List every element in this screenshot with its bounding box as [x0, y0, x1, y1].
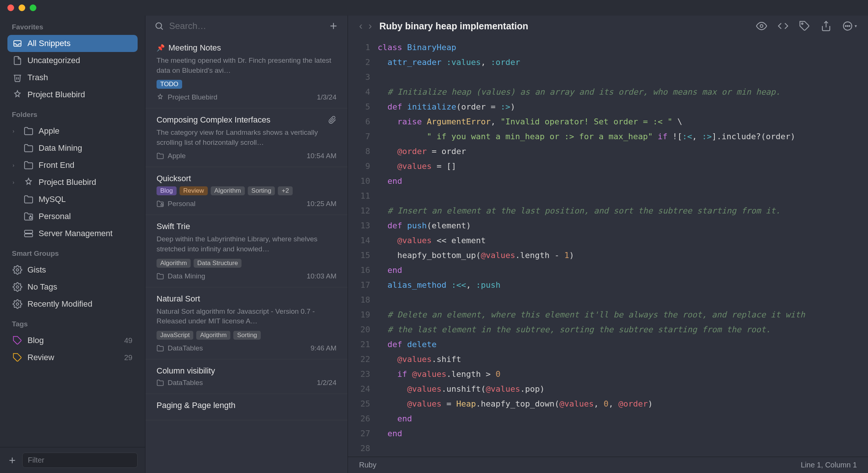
sidebar-favorite-2[interactable]: Trash: [7, 69, 138, 86]
close-window-button[interactable]: [7, 4, 14, 11]
nav-forward-button[interactable]: ›: [368, 20, 372, 32]
status-bar: Ruby Line 1, Column 1: [348, 457, 868, 473]
sidebar-folder-3[interactable]: ›Project Bluebird: [7, 174, 138, 191]
sidebar-item-label: Recently Modified: [27, 299, 92, 309]
tag-chip[interactable]: JavaScript: [157, 331, 193, 340]
chevron-right-icon[interactable]: ›: [13, 128, 19, 134]
tag-chip[interactable]: Review: [180, 186, 208, 195]
snippet-preview: The category view for Landmarks shows a …: [157, 128, 336, 147]
search-icon: [154, 21, 164, 31]
sidebar-folder-4[interactable]: MySQL: [7, 191, 138, 208]
svg-rect-1: [29, 217, 32, 219]
sidebar-folder-6[interactable]: Server Management: [7, 225, 138, 242]
tag-chip[interactable]: Sorting: [233, 331, 261, 340]
sidebar-tag-0[interactable]: Blog49: [7, 332, 138, 349]
tags-header: Tags: [12, 320, 138, 328]
snippet-item-3[interactable]: Swift TrieDeep within the Labyrinthine L…: [145, 215, 348, 287]
smart-icon: [24, 177, 33, 187]
code-editor[interactable]: 1234567891011121314151617181920212223242…: [348, 36, 868, 457]
snippet-title: Column visibility: [157, 366, 215, 376]
snippet-folder: Apple: [168, 152, 186, 160]
preview-icon[interactable]: [756, 20, 767, 32]
tag-chip[interactable]: Blog: [157, 186, 177, 195]
snippet-folder: Personal: [168, 200, 195, 208]
folder-lock-icon: [24, 212, 33, 221]
more-icon[interactable]: ▾: [842, 20, 857, 32]
sidebar-item-label: Uncategorized: [27, 56, 80, 65]
svg-line-12: [161, 28, 163, 30]
gear-icon: [13, 265, 22, 275]
sidebar-item-label: Gists: [27, 265, 46, 275]
folder-icon: [157, 273, 164, 280]
sidebar-item-label: Trash: [27, 73, 48, 82]
sidebar-folder-5[interactable]: Personal: [7, 208, 138, 225]
folders-header: Folders: [12, 111, 138, 119]
sidebar-folder-0[interactable]: ›Apple: [7, 123, 138, 140]
sidebar-smart-0[interactable]: Gists: [7, 261, 138, 278]
sidebar-item-label: Front End: [39, 160, 75, 170]
sidebar-item-label: Project Bluebird: [39, 177, 96, 187]
tag-icon[interactable]: [799, 20, 810, 32]
snippet-title: Quicksort: [157, 174, 191, 183]
tag-chip[interactable]: Data Structure: [194, 259, 242, 268]
sidebar-footer: [0, 447, 145, 473]
sidebar-folder-1[interactable]: Data Mining: [7, 140, 138, 157]
nav-back-button[interactable]: ‹: [359, 20, 362, 32]
filter-input[interactable]: [22, 453, 138, 468]
chevron-right-icon[interactable]: ›: [13, 162, 19, 168]
sidebar-smart-2[interactable]: Recently Modified: [7, 296, 138, 313]
folder-icon: [24, 160, 33, 170]
sidebar-item-label: Apple: [39, 126, 59, 136]
svg-point-8: [16, 303, 19, 306]
tag-chip[interactable]: TODO: [157, 80, 182, 89]
svg-rect-2: [24, 230, 33, 233]
tag-chip[interactable]: Algorithm: [196, 331, 230, 340]
snippet-item-1[interactable]: Composing Complex InterfacesThe category…: [145, 108, 348, 167]
snippet-item-4[interactable]: Natural SortNatural Sort algorithm for J…: [145, 287, 348, 359]
sidebar-favorite-3[interactable]: Project Bluebird: [7, 86, 138, 103]
snippet-preview: Deep within the Labyrinthine Library, wh…: [157, 234, 336, 254]
status-language[interactable]: Ruby: [359, 461, 377, 469]
tag-chip[interactable]: Algorithm: [211, 186, 245, 195]
snippet-date: 10:03 AM: [307, 272, 336, 280]
svg-point-17: [802, 23, 803, 25]
snippet-item-2[interactable]: QuicksortBlogReviewAlgorithmSorting+2Per…: [145, 167, 348, 215]
snippet-item-5[interactable]: Column visibilityDataTables1/2/24: [145, 359, 348, 394]
snippet-date: 10:25 AM: [307, 200, 336, 208]
svg-rect-0: [14, 40, 21, 46]
sidebar-item-label: Blog: [27, 336, 44, 345]
sidebar-favorite-1[interactable]: Uncategorized: [7, 52, 138, 69]
gear-icon: [13, 282, 22, 292]
snippet-date: 1/2/24: [317, 379, 336, 387]
sidebar-tag-1[interactable]: Review29: [7, 349, 138, 366]
sidebar-folder-2[interactable]: ›Front End: [7, 157, 138, 174]
snippet-item-6[interactable]: Paging & Page length: [145, 394, 348, 420]
snippet-title: Composing Complex Interfaces: [157, 115, 270, 125]
minimize-window-button[interactable]: [19, 4, 25, 11]
tag-chip[interactable]: Sorting: [248, 186, 275, 195]
chevron-right-icon[interactable]: ›: [13, 179, 19, 185]
snippet-item-0[interactable]: 📌Meeting NotesThe meeting opened with Dr…: [145, 36, 348, 108]
sidebar-favorite-0[interactable]: All Snippets: [7, 35, 138, 52]
maximize-window-button[interactable]: [30, 4, 36, 11]
sidebar-item-label: Project Bluebird: [27, 90, 85, 100]
tag-chip[interactable]: Algorithm: [157, 259, 191, 268]
tag-icon: [13, 336, 22, 345]
snippet-title: Swift Trie: [157, 222, 190, 231]
svg-point-20: [845, 26, 846, 27]
sidebar-smart-1[interactable]: No Tags: [7, 278, 138, 296]
folder-lock-icon: [157, 200, 164, 208]
snippet-title: Meeting Notes: [168, 43, 221, 53]
sidebar-item-label: Review: [27, 353, 54, 362]
share-icon[interactable]: [821, 20, 832, 32]
gear-icon: [13, 299, 22, 309]
new-snippet-button[interactable]: [328, 21, 339, 31]
code-icon[interactable]: [777, 20, 789, 32]
snippet-preview: The meeting opened with Dr. Finch presen…: [157, 56, 336, 75]
add-button[interactable]: [7, 456, 17, 465]
editor-title: Ruby binary heap implementation: [379, 21, 528, 32]
search-input[interactable]: [169, 21, 323, 31]
server-icon: [24, 229, 33, 238]
tag-chip[interactable]: +2: [278, 186, 292, 195]
sidebar-item-label: All Snippets: [27, 39, 70, 48]
